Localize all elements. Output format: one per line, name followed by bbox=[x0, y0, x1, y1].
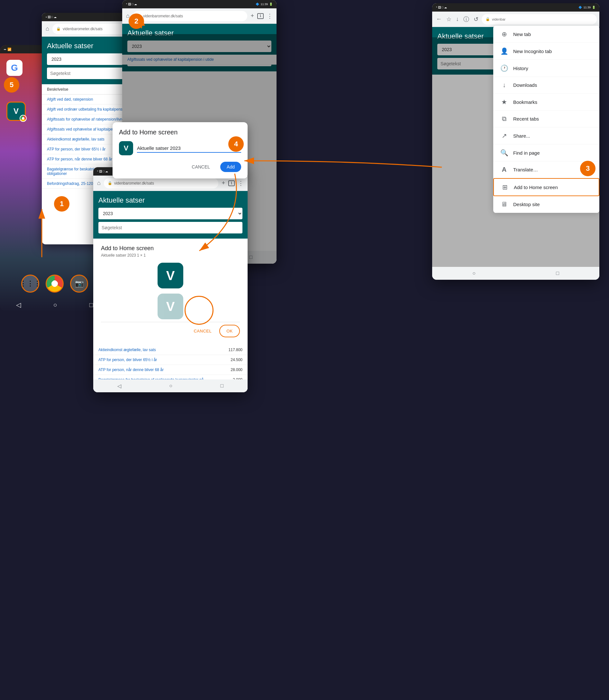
back-right[interactable]: ○ bbox=[472, 270, 475, 276]
menu-add-home[interactable]: ⊞ Add to Home screen bbox=[493, 178, 599, 196]
status-time-center: 11:39 bbox=[260, 3, 268, 6]
ok-btn-bottom[interactable]: OK bbox=[219, 325, 240, 337]
menu-share[interactable]: ↗ Share... bbox=[493, 127, 599, 144]
app-icon-v[interactable]: V bbox=[6, 102, 26, 121]
menu-desktop[interactable]: 🖥 Desktop site bbox=[493, 196, 599, 213]
nav-bar-bottom: ◁ ○ □ bbox=[93, 380, 248, 392]
dialog-cancel-btn[interactable]: Cancel bbox=[185, 162, 216, 172]
table-row: ATP for person, der bliver 65½ i år 24.5… bbox=[93, 355, 248, 365]
back-nav-btn[interactable]: ◁ bbox=[16, 301, 21, 309]
google-widget[interactable]: G bbox=[6, 60, 22, 76]
browser-dropdown-menu: ⊕ New tab 👤 New Incognito tab 🕐 History … bbox=[493, 26, 599, 213]
status-time-right: 11:39 bbox=[583, 6, 591, 9]
add-home-preview: V bbox=[101, 263, 240, 288]
year-select-bottom[interactable]: 2023 bbox=[99, 208, 242, 219]
step-2-circle: 2 bbox=[128, 14, 144, 29]
history-icon: 🕐 bbox=[500, 64, 509, 72]
table-row: ATP for person, når denne bliver 68 år 2… bbox=[93, 365, 248, 375]
menu-history[interactable]: 🕐 History bbox=[493, 60, 599, 77]
search-input-bottom[interactable] bbox=[99, 222, 242, 233]
add-home-dialog-overlay: Add to Home screen Aktuelle satser 2023 … bbox=[93, 239, 248, 345]
url-text-right: videnbar bbox=[492, 17, 505, 21]
toolbar-center: ⌂ 🔒 videnbarometer.dk/sats + 1 ⋮ bbox=[122, 8, 277, 24]
url-bar-right[interactable]: 🔒 videnbar bbox=[482, 14, 597, 24]
url-text-bottom: videnbarometer.dk/sats bbox=[114, 181, 154, 186]
recents-nav-btn[interactable]: □ bbox=[89, 301, 93, 309]
bt-right: 🔷 bbox=[578, 6, 582, 9]
battery-right: 🔋 bbox=[592, 6, 595, 9]
find-icon: 🔍 bbox=[500, 149, 509, 157]
apps-button[interactable]: ⋮⋮⋮ bbox=[21, 275, 39, 293]
tabs-badge-bottom[interactable]: 1 bbox=[228, 180, 235, 186]
camera-dock-icon[interactable]: 📷 bbox=[70, 275, 88, 293]
menu-new-tab[interactable]: ⊕ New tab bbox=[493, 26, 599, 43]
desktop-icon: 🖥 bbox=[500, 200, 509, 208]
back-btn-right[interactable]: ← bbox=[435, 15, 443, 24]
home-btn-1[interactable]: ⌂ bbox=[45, 24, 51, 33]
incognito-icon: 👤 bbox=[500, 47, 509, 55]
dialog-input-row: V bbox=[119, 141, 241, 155]
status-icons-center: * 🖼 □ ☁ bbox=[126, 3, 137, 6]
share-icon: ↗ bbox=[500, 132, 509, 140]
translate-icon: A bbox=[500, 166, 509, 173]
add-home-title: Add to Home screen bbox=[101, 245, 240, 252]
more-btn-bottom[interactable]: ⋮ bbox=[237, 178, 245, 188]
home-btn-bottom[interactable]: ⌂ bbox=[96, 178, 102, 188]
url-text-1: videnbarometer.dk/sats bbox=[63, 27, 103, 31]
status-icons-left-1: ▪ 🖼 □ ☁ bbox=[46, 15, 57, 19]
chrome-dock-icon[interactable] bbox=[46, 275, 64, 293]
dialog-title-mid: Add to Home screen bbox=[119, 129, 241, 136]
menu-bookmarks[interactable]: ★ Bookmarks bbox=[493, 93, 599, 111]
chrome-badge-icon bbox=[20, 115, 27, 122]
menu-recent-tabs[interactable]: ⧉ Recent tabs bbox=[493, 111, 599, 127]
info-btn-right[interactable]: ⓘ bbox=[462, 14, 470, 24]
wifi-icon: 📶 bbox=[7, 48, 11, 51]
step-1-circle: 1 bbox=[54, 196, 69, 212]
menu-new-incognito[interactable]: 👤 New Incognito tab bbox=[493, 43, 599, 60]
home-nav-btn[interactable]: ○ bbox=[53, 301, 57, 309]
add-tab-btn-bottom[interactable]: + bbox=[220, 178, 226, 188]
nav-bar-right: ○ □ bbox=[432, 267, 599, 280]
ghost-icon-area: V bbox=[101, 294, 240, 319]
toolbar-right: ← ☆ ↓ ⓘ ↺ 🔒 videnbar bbox=[432, 12, 599, 27]
status-icons-right: * 🖼 □ ☁ bbox=[436, 6, 447, 9]
downloads-icon: ↓ bbox=[500, 81, 509, 89]
download-btn-right[interactable]: ↓ bbox=[455, 15, 460, 24]
add-tab-btn-center[interactable]: + bbox=[249, 11, 255, 21]
url-bar-bottom[interactable]: 🔒 videnbarometer.dk/sats bbox=[104, 178, 219, 189]
star-btn-right[interactable]: ☆ bbox=[445, 15, 453, 24]
dialog-add-btn[interactable]: Add bbox=[220, 162, 241, 172]
menu-downloads[interactable]: ↓ Downloads bbox=[493, 77, 599, 93]
menu-find[interactable]: 🔍 Find in page bbox=[493, 144, 599, 161]
dialog-app-name-input[interactable] bbox=[137, 144, 241, 153]
battery-center: 🔋 bbox=[269, 3, 273, 6]
dialog-app-icon: V bbox=[119, 141, 133, 155]
step-4-circle: 4 bbox=[228, 136, 244, 152]
add-home-buttons: CANCEL OK bbox=[101, 322, 240, 340]
cancel-btn-bottom[interactable]: CANCEL bbox=[188, 325, 217, 337]
dock-area: ⋮⋮⋮ 📷 bbox=[0, 275, 109, 293]
dialog-add-home-mid: Add to Home screen V Cancel Add bbox=[112, 122, 248, 178]
lock-icon-bottom: 🔒 bbox=[108, 181, 112, 185]
status-icons-bottom: * 🖼 □ ☁ bbox=[97, 170, 108, 173]
recents-bottom[interactable]: □ bbox=[221, 383, 224, 389]
browser-content-bottom: Aktuelle satser 2023 bbox=[93, 191, 248, 239]
add-home-dialog: Add to Home screen Aktuelle satser 2023 … bbox=[93, 239, 248, 345]
url-bar-center[interactable]: 🔒 videnbarometer.dk/sats bbox=[133, 11, 248, 21]
step-3-circle: 3 bbox=[580, 161, 595, 176]
recent-tabs-icon: ⧉ bbox=[500, 115, 509, 123]
status-bar-center: * 🖼 □ ☁ 🔷 11:39 🔋 bbox=[122, 0, 277, 8]
home-bottom[interactable]: ○ bbox=[169, 383, 172, 389]
table-row: Aktieindkomst ægtefælle, lav sats 117.80… bbox=[93, 345, 248, 355]
new-tab-icon: ⊕ bbox=[500, 30, 509, 38]
back-bottom[interactable]: ◁ bbox=[117, 383, 121, 389]
signal-icon: ▪▪ bbox=[4, 48, 6, 51]
lock-icon-1: 🔒 bbox=[56, 27, 61, 31]
refresh-btn-right[interactable]: ↺ bbox=[472, 15, 480, 24]
ghost-icon: V bbox=[158, 294, 183, 319]
more-btn-center[interactable]: ⋮ bbox=[266, 11, 274, 21]
tabs-badge-center[interactable]: 1 bbox=[257, 13, 264, 19]
phone-bottom: * 🖼 □ ☁ 🔷 11:39 🔋 ⌂ 🔒 videnbarometer.dk/… bbox=[93, 167, 248, 392]
lock-icon-right: 🔒 bbox=[486, 17, 490, 21]
recents-right[interactable]: □ bbox=[556, 270, 559, 276]
